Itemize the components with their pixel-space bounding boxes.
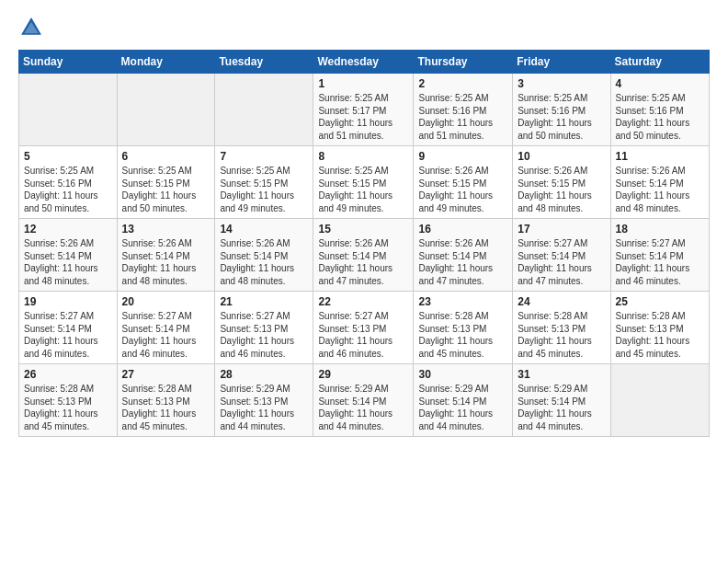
day-info: Sunrise: 5:29 AM Sunset: 5:14 PM Dayligh… xyxy=(518,383,605,432)
day-number: 1 xyxy=(318,77,408,90)
calendar-cell xyxy=(19,74,118,146)
day-number: 7 xyxy=(220,150,308,163)
day-info: Sunrise: 5:25 AM Sunset: 5:16 PM Dayligh… xyxy=(24,165,112,214)
calendar-cell: 3Sunrise: 5:25 AM Sunset: 5:16 PM Daylig… xyxy=(513,74,610,146)
calendar-cell: 22Sunrise: 5:27 AM Sunset: 5:13 PM Dayli… xyxy=(313,292,414,364)
day-number: 25 xyxy=(616,295,704,308)
calendar-cell: 13Sunrise: 5:26 AM Sunset: 5:14 PM Dayli… xyxy=(117,219,215,292)
calendar-cell: 28Sunrise: 5:29 AM Sunset: 5:13 PM Dayli… xyxy=(215,364,313,437)
day-info: Sunrise: 5:27 AM Sunset: 5:13 PM Dayligh… xyxy=(318,310,408,360)
day-number: 18 xyxy=(616,223,704,236)
day-number: 2 xyxy=(418,77,507,90)
day-number: 4 xyxy=(616,77,704,90)
weekday-header-tuesday: Tuesday xyxy=(215,51,313,74)
day-info: Sunrise: 5:26 AM Sunset: 5:14 PM Dayligh… xyxy=(616,165,704,214)
calendar-cell xyxy=(610,364,709,437)
day-info: Sunrise: 5:28 AM Sunset: 5:13 PM Dayligh… xyxy=(418,310,507,360)
day-number: 14 xyxy=(220,223,308,236)
day-info: Sunrise: 5:25 AM Sunset: 5:16 PM Dayligh… xyxy=(616,92,704,142)
day-number: 12 xyxy=(24,223,112,236)
calendar-week-2: 5Sunrise: 5:25 AM Sunset: 5:16 PM Daylig… xyxy=(19,146,710,219)
day-number: 16 xyxy=(418,223,507,236)
calendar-cell: 20Sunrise: 5:27 AM Sunset: 5:14 PM Dayli… xyxy=(117,292,215,364)
calendar-cell: 31Sunrise: 5:29 AM Sunset: 5:14 PM Dayli… xyxy=(513,364,610,437)
day-number: 19 xyxy=(24,295,112,308)
day-info: Sunrise: 5:27 AM Sunset: 5:14 PM Dayligh… xyxy=(24,310,112,360)
day-info: Sunrise: 5:27 AM Sunset: 5:14 PM Dayligh… xyxy=(616,237,704,287)
calendar-cell: 12Sunrise: 5:26 AM Sunset: 5:14 PM Dayli… xyxy=(19,219,118,292)
day-number: 31 xyxy=(518,368,605,381)
calendar-cell: 6Sunrise: 5:25 AM Sunset: 5:15 PM Daylig… xyxy=(117,146,215,219)
calendar-cell: 26Sunrise: 5:28 AM Sunset: 5:13 PM Dayli… xyxy=(19,364,118,437)
calendar-cell: 10Sunrise: 5:26 AM Sunset: 5:15 PM Dayli… xyxy=(513,146,610,219)
day-info: Sunrise: 5:25 AM Sunset: 5:15 PM Dayligh… xyxy=(220,165,308,214)
calendar-cell: 8Sunrise: 5:25 AM Sunset: 5:15 PM Daylig… xyxy=(313,146,414,219)
page: SundayMondayTuesdayWednesdayThursdayFrid… xyxy=(0,0,728,563)
weekday-header-saturday: Saturday xyxy=(610,51,709,74)
day-number: 9 xyxy=(418,150,507,163)
weekday-header-monday: Monday xyxy=(117,51,215,74)
day-info: Sunrise: 5:25 AM Sunset: 5:16 PM Dayligh… xyxy=(418,92,507,142)
calendar-cell: 27Sunrise: 5:28 AM Sunset: 5:13 PM Dayli… xyxy=(117,364,215,437)
calendar-cell: 15Sunrise: 5:26 AM Sunset: 5:14 PM Dayli… xyxy=(313,219,414,292)
day-number: 15 xyxy=(318,223,408,236)
calendar-cell: 2Sunrise: 5:25 AM Sunset: 5:16 PM Daylig… xyxy=(414,74,513,146)
day-number: 23 xyxy=(418,295,507,308)
day-number: 21 xyxy=(220,295,308,308)
calendar-cell: 25Sunrise: 5:28 AM Sunset: 5:13 PM Dayli… xyxy=(610,292,709,364)
weekday-header-thursday: Thursday xyxy=(414,51,513,74)
calendar-cell: 23Sunrise: 5:28 AM Sunset: 5:13 PM Dayli… xyxy=(414,292,513,364)
logo-icon xyxy=(18,15,44,40)
day-info: Sunrise: 5:26 AM Sunset: 5:14 PM Dayligh… xyxy=(220,237,308,287)
day-number: 29 xyxy=(318,368,408,381)
calendar-cell: 18Sunrise: 5:27 AM Sunset: 5:14 PM Dayli… xyxy=(610,219,709,292)
calendar-cell: 1Sunrise: 5:25 AM Sunset: 5:17 PM Daylig… xyxy=(313,74,414,146)
day-info: Sunrise: 5:28 AM Sunset: 5:13 PM Dayligh… xyxy=(122,383,210,432)
day-number: 5 xyxy=(24,150,112,163)
weekday-header-friday: Friday xyxy=(513,51,610,74)
day-info: Sunrise: 5:29 AM Sunset: 5:13 PM Dayligh… xyxy=(220,383,308,432)
day-info: Sunrise: 5:27 AM Sunset: 5:13 PM Dayligh… xyxy=(220,310,308,360)
day-number: 11 xyxy=(616,150,704,163)
day-number: 30 xyxy=(418,368,507,381)
day-info: Sunrise: 5:26 AM Sunset: 5:14 PM Dayligh… xyxy=(122,237,210,287)
day-info: Sunrise: 5:25 AM Sunset: 5:17 PM Dayligh… xyxy=(318,92,408,142)
day-number: 13 xyxy=(122,223,210,236)
day-number: 10 xyxy=(518,150,605,163)
calendar-cell: 17Sunrise: 5:27 AM Sunset: 5:14 PM Dayli… xyxy=(513,219,610,292)
day-info: Sunrise: 5:28 AM Sunset: 5:13 PM Dayligh… xyxy=(518,310,605,360)
calendar-cell: 14Sunrise: 5:26 AM Sunset: 5:14 PM Dayli… xyxy=(215,219,313,292)
calendar-table: SundayMondayTuesdayWednesdayThursdayFrid… xyxy=(18,50,710,437)
day-info: Sunrise: 5:29 AM Sunset: 5:14 PM Dayligh… xyxy=(418,383,507,432)
day-info: Sunrise: 5:26 AM Sunset: 5:15 PM Dayligh… xyxy=(418,165,507,214)
calendar-week-5: 26Sunrise: 5:28 AM Sunset: 5:13 PM Dayli… xyxy=(19,364,710,437)
calendar-cell xyxy=(117,74,215,146)
day-info: Sunrise: 5:26 AM Sunset: 5:14 PM Dayligh… xyxy=(318,237,408,287)
day-number: 28 xyxy=(220,368,308,381)
day-number: 27 xyxy=(122,368,210,381)
day-info: Sunrise: 5:29 AM Sunset: 5:14 PM Dayligh… xyxy=(318,383,408,432)
calendar-week-3: 12Sunrise: 5:26 AM Sunset: 5:14 PM Dayli… xyxy=(19,219,710,292)
day-number: 22 xyxy=(318,295,408,308)
day-info: Sunrise: 5:26 AM Sunset: 5:14 PM Dayligh… xyxy=(418,237,507,287)
calendar-cell: 29Sunrise: 5:29 AM Sunset: 5:14 PM Dayli… xyxy=(313,364,414,437)
calendar-cell: 19Sunrise: 5:27 AM Sunset: 5:14 PM Dayli… xyxy=(19,292,118,364)
day-number: 24 xyxy=(518,295,605,308)
calendar-cell: 30Sunrise: 5:29 AM Sunset: 5:14 PM Dayli… xyxy=(414,364,513,437)
calendar-cell: 7Sunrise: 5:25 AM Sunset: 5:15 PM Daylig… xyxy=(215,146,313,219)
day-info: Sunrise: 5:26 AM Sunset: 5:14 PM Dayligh… xyxy=(24,237,112,287)
day-info: Sunrise: 5:28 AM Sunset: 5:13 PM Dayligh… xyxy=(24,383,112,432)
calendar-cell: 21Sunrise: 5:27 AM Sunset: 5:13 PM Dayli… xyxy=(215,292,313,364)
calendar-cell xyxy=(215,74,313,146)
logo xyxy=(18,15,48,40)
weekday-header-wednesday: Wednesday xyxy=(313,51,414,74)
day-number: 8 xyxy=(318,150,408,163)
day-number: 20 xyxy=(122,295,210,308)
weekday-header-sunday: Sunday xyxy=(19,51,118,74)
day-number: 17 xyxy=(518,223,605,236)
calendar-cell: 16Sunrise: 5:26 AM Sunset: 5:14 PM Dayli… xyxy=(414,219,513,292)
day-info: Sunrise: 5:25 AM Sunset: 5:16 PM Dayligh… xyxy=(518,92,605,142)
calendar-cell: 4Sunrise: 5:25 AM Sunset: 5:16 PM Daylig… xyxy=(610,74,709,146)
day-number: 26 xyxy=(24,368,112,381)
calendar-cell: 9Sunrise: 5:26 AM Sunset: 5:15 PM Daylig… xyxy=(414,146,513,219)
